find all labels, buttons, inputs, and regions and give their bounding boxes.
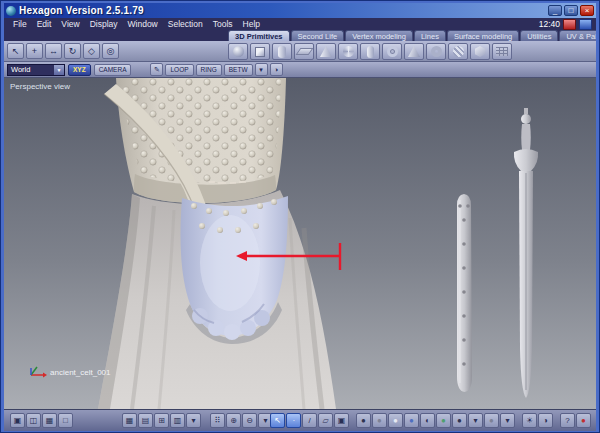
zoom-in-button[interactable]: ⊕ bbox=[226, 413, 241, 428]
dual-view-icon: ◫ bbox=[30, 416, 38, 425]
scale-tool-button[interactable]: ◇ bbox=[83, 43, 100, 59]
single-view-button[interactable]: ▣ bbox=[10, 413, 25, 428]
menu-view[interactable]: View bbox=[56, 19, 84, 29]
xyz-axes-toggle[interactable]: XYZ bbox=[68, 64, 91, 76]
render-sphere-icon: ● bbox=[581, 416, 586, 425]
primitive-helix-button[interactable] bbox=[448, 43, 468, 60]
quad-view-button[interactable]: ▦ bbox=[42, 413, 57, 428]
menu-help[interactable]: Help bbox=[238, 19, 265, 29]
render-button[interactable]: ● bbox=[576, 413, 591, 428]
staff-model[interactable] bbox=[457, 194, 472, 392]
snap-grid-button[interactable]: ▤ bbox=[138, 413, 153, 428]
translate-tool-button[interactable]: ↔ bbox=[45, 43, 62, 59]
menu-file[interactable]: File bbox=[8, 19, 32, 29]
between-button[interactable]: BETW bbox=[224, 64, 253, 76]
grid-options-button[interactable]: ▾ bbox=[186, 413, 201, 428]
primitive-torus-button[interactable] bbox=[382, 43, 402, 60]
vertex-mode-button[interactable]: ∙ bbox=[286, 413, 301, 428]
scale-icon: ◇ bbox=[88, 46, 95, 56]
viewport-label: Perspective view bbox=[10, 82, 70, 91]
tab-3d-primitives[interactable]: 3D Primitives bbox=[228, 30, 290, 41]
primitive-geodesic-button[interactable] bbox=[338, 43, 358, 60]
camera-toggle[interactable]: CAMERA bbox=[94, 64, 132, 76]
object-mode-button[interactable]: ▣ bbox=[334, 413, 349, 428]
maximize-view-button[interactable]: □ bbox=[58, 413, 73, 428]
edge-mode-button[interactable]: / bbox=[302, 413, 317, 428]
cursor-icon: ↖ bbox=[12, 46, 20, 56]
ring-button[interactable]: RING bbox=[196, 64, 222, 76]
primitive-cylinder-button[interactable] bbox=[272, 43, 292, 60]
object-name: ancient_celt_001 bbox=[50, 368, 111, 377]
primitive-tube-button[interactable] bbox=[426, 43, 446, 60]
close-button[interactable]: × bbox=[580, 5, 594, 16]
loop-button[interactable]: LOOP bbox=[165, 64, 193, 76]
select-tool-button[interactable]: ↖ bbox=[7, 43, 24, 59]
rotate-icon: ↻ bbox=[69, 46, 77, 56]
help-button[interactable]: ? bbox=[560, 413, 575, 428]
dual-view-button[interactable]: ◫ bbox=[26, 413, 41, 428]
primitive-grid-button[interactable] bbox=[492, 43, 512, 60]
auto-select-button[interactable]: ↖ bbox=[270, 413, 285, 428]
selected-apron-mesh[interactable] bbox=[181, 196, 288, 344]
visibility-toggle-button[interactable]: ◑ bbox=[270, 63, 283, 76]
wireframe-shading-button[interactable]: ● bbox=[356, 413, 371, 428]
material-preview-button[interactable]: ◐ bbox=[420, 413, 435, 428]
backface-cull-button[interactable]: ● bbox=[452, 413, 467, 428]
primitive-plane-button[interactable] bbox=[294, 43, 314, 60]
manipulator-tool-button[interactable]: + bbox=[26, 43, 43, 59]
vertex-icon: ∙ bbox=[292, 416, 294, 425]
sword-model[interactable] bbox=[514, 108, 538, 398]
textured-shading-button[interactable]: ● bbox=[404, 413, 419, 428]
environment-options-button[interactable]: ▾ bbox=[500, 413, 515, 428]
primitive-polygon-button[interactable] bbox=[470, 43, 490, 60]
light-toggle-button[interactable]: ☀ bbox=[522, 413, 537, 428]
working-space-select[interactable]: World ▼ bbox=[7, 64, 65, 76]
menu-edit[interactable]: Edit bbox=[32, 19, 57, 29]
tab-second-life[interactable]: Second Life bbox=[291, 30, 345, 41]
ruler-button[interactable]: ▥ bbox=[170, 413, 185, 428]
maximize-button[interactable]: □ bbox=[564, 5, 578, 16]
scene-3d[interactable] bbox=[4, 78, 596, 409]
dotted-grid-button[interactable]: ⠿ bbox=[210, 413, 225, 428]
vertex-color-button[interactable]: ● bbox=[436, 413, 451, 428]
maximize-view-icon: □ bbox=[63, 416, 68, 425]
loop-options-button[interactable]: ▾ bbox=[255, 63, 268, 76]
edge-pencil-button[interactable]: ✎ bbox=[150, 63, 163, 76]
flat-shading-button[interactable]: ● bbox=[372, 413, 387, 428]
rotate-tool-button[interactable]: ↻ bbox=[64, 43, 81, 59]
perspective-viewport[interactable]: Perspective view bbox=[4, 78, 596, 409]
soft-select-tool-button[interactable]: ◎ bbox=[102, 43, 119, 59]
tab-lines[interactable]: Lines bbox=[414, 30, 446, 41]
tab-surface-modeling[interactable]: Surface modeling bbox=[447, 30, 519, 41]
primitive-cube-button[interactable] bbox=[250, 43, 270, 60]
vertex-color-icon: ● bbox=[441, 416, 446, 425]
smooth-shading-button[interactable]: ● bbox=[388, 413, 403, 428]
environment-button[interactable]: ● bbox=[484, 413, 499, 428]
menu-window[interactable]: Window bbox=[123, 19, 163, 29]
shadow-toggle-button[interactable]: ◑ bbox=[538, 413, 553, 428]
minimize-button[interactable]: _ bbox=[548, 5, 562, 16]
menu-tools[interactable]: Tools bbox=[208, 19, 238, 29]
zoom-out-button[interactable]: ⊖ bbox=[242, 413, 257, 428]
question-icon: ? bbox=[565, 416, 569, 425]
hotkeys-icon[interactable] bbox=[563, 19, 576, 30]
lighting-group: ☀ ◑ bbox=[522, 413, 553, 428]
grid-toggle-button[interactable]: ▦ bbox=[122, 413, 137, 428]
primitive-sphere-button[interactable] bbox=[228, 43, 248, 60]
misc-group: ? ● bbox=[560, 413, 591, 428]
shading-options-button[interactable]: ▾ bbox=[468, 413, 483, 428]
primitive-pyramid-button[interactable] bbox=[404, 43, 424, 60]
torus-icon bbox=[387, 46, 398, 57]
snap-point-button[interactable]: ⊞ bbox=[154, 413, 169, 428]
panel-toggle-icon[interactable] bbox=[579, 19, 592, 30]
menu-display[interactable]: Display bbox=[85, 19, 123, 29]
primitive-cone-button[interactable] bbox=[316, 43, 336, 60]
tab-uv-paint[interactable]: UV & Paint bbox=[559, 30, 596, 41]
tab-vertex-modeling[interactable]: Vertex modeling bbox=[345, 30, 413, 41]
environment-sphere-icon: ● bbox=[489, 416, 494, 425]
main-toolbar: ↖ + ↔ ↻ ◇ ◎ bbox=[4, 41, 596, 62]
primitive-capsule-button[interactable] bbox=[360, 43, 380, 60]
tab-utilities[interactable]: Utilities bbox=[520, 30, 558, 41]
menu-selection[interactable]: Selection bbox=[163, 19, 208, 29]
face-mode-button[interactable]: ▱ bbox=[318, 413, 333, 428]
